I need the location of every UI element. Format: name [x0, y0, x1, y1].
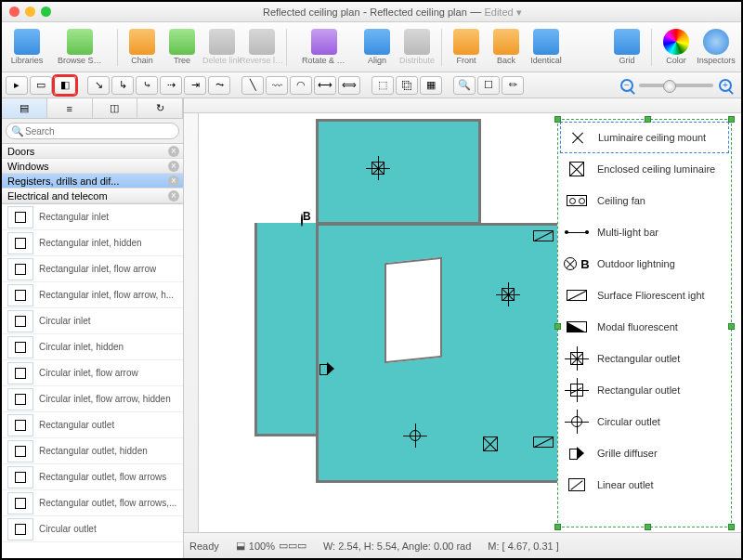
legend-label: Luminaire ceiling mount — [598, 132, 706, 144]
reverse-link-button[interactable]: Reverse link — [242, 29, 281, 65]
legend-panel[interactable]: Luminaire ceiling mountEnclosed ceiling … — [557, 119, 732, 527]
panel-tab-3[interactable]: ◫ — [93, 98, 138, 118]
category-item[interactable]: Registers, drills and dif...× — [2, 174, 183, 189]
canvas-area: B Luminaire ceiling mountEnclosed ceilin… — [184, 98, 741, 558]
category-item[interactable]: Doors× — [2, 144, 183, 159]
shape-label: Circular inlet, hidden — [39, 342, 124, 352]
shape-label: Rectangular inlet, flow arrow — [39, 264, 156, 274]
ruler-vertical — [184, 113, 199, 532]
connector-3[interactable]: ⤷ — [136, 76, 158, 95]
close-icon[interactable]: × — [168, 176, 179, 187]
shape-label: Circular inlet, flow arrow, hidden — [39, 394, 171, 404]
panel-tab-2[interactable]: ≡ — [47, 98, 93, 118]
titlebar: Reflected ceiling plan - Reflected ceili… — [2, 2, 741, 22]
close-icon[interactable]: × — [168, 146, 179, 157]
arc-tool[interactable]: ◠ — [290, 76, 312, 95]
legend-symbol — [564, 222, 590, 242]
legend-row[interactable]: Enclosed ceiling luminaire — [560, 153, 729, 185]
line-tool[interactable]: ╲ — [241, 76, 264, 95]
back-button[interactable]: Back — [487, 29, 526, 65]
panel-tab-shapes[interactable]: ▤ — [2, 98, 47, 118]
legend-row[interactable]: BOutdoor lightning — [560, 248, 729, 280]
pointer-tool[interactable]: ▸ — [6, 76, 28, 95]
shape-thumb — [7, 232, 33, 254]
zoom-icon[interactable] — [41, 7, 51, 17]
group-tool-2[interactable]: ⿻ — [396, 76, 418, 95]
legend-row[interactable]: Linear outlet — [560, 469, 729, 501]
zoom-in-icon[interactable]: + — [719, 79, 732, 92]
shape-thumb — [7, 492, 33, 514]
category-label: Doors — [7, 146, 34, 157]
shape-item[interactable]: Rectangular outlet, flow arrows,... — [2, 490, 183, 516]
legend-label: Enclosed ceiling luminaire — [597, 163, 715, 176]
color-button[interactable]: Color — [657, 29, 696, 65]
legend-row[interactable]: Circular outlet — [560, 406, 729, 437]
legend-label: Grille diffuser — [597, 448, 658, 460]
legend-row[interactable]: Grille diffuser — [560, 437, 729, 469]
floor-plan[interactable]: B — [254, 119, 570, 518]
search-input[interactable] — [6, 123, 179, 139]
drawing-canvas[interactable]: B Luminaire ceiling mountEnclosed ceilin… — [199, 113, 741, 532]
grid-button[interactable]: Grid — [607, 29, 646, 65]
connector-2[interactable]: ↳ — [111, 76, 134, 95]
shape-item[interactable]: Circular inlet, flow arrow, hidden — [2, 386, 183, 412]
legend-row[interactable]: Multi-light bar — [560, 216, 729, 248]
legend-row[interactable]: Rectangular outlet — [560, 374, 729, 406]
legend-symbol — [564, 285, 590, 306]
identical-button[interactable]: Identical — [527, 29, 566, 65]
shape-item[interactable]: Rectangular outlet, hidden — [2, 438, 183, 464]
close-icon[interactable]: × — [168, 190, 179, 202]
minimize-icon[interactable] — [25, 7, 35, 17]
shape-item[interactable]: Circular inlet — [2, 308, 183, 334]
close-icon[interactable]: × — [168, 161, 179, 172]
libraries-button[interactable]: Libraries — [7, 29, 46, 65]
group-tool-1[interactable]: ⬚ — [372, 76, 394, 95]
note-tool[interactable]: ☐ — [477, 76, 500, 95]
shape-item[interactable]: Circular outlet — [2, 516, 183, 542]
shape-thumb — [7, 284, 33, 306]
rect-tool[interactable]: ▭ — [30, 76, 52, 95]
dim-tool-1[interactable]: ⟷ — [314, 76, 336, 95]
chain-button[interactable]: Chain — [123, 29, 162, 65]
group-tool-3[interactable]: ▦ — [420, 76, 442, 95]
zoom-tool[interactable]: 🔍 — [453, 76, 476, 95]
legend-row[interactable]: Rectangular outlet — [560, 343, 729, 374]
curve-tool[interactable]: 〰 — [266, 76, 288, 95]
inspectors-button[interactable]: Inspectors — [697, 29, 736, 65]
shape-tool[interactable]: ◧ — [54, 76, 76, 95]
rotate-flip-button[interactable]: Rotate & Flip — [292, 29, 357, 65]
text-tool[interactable]: ✏ — [502, 76, 524, 95]
category-item[interactable]: Electrical and telecom× — [2, 189, 183, 203]
shape-item[interactable]: Rectangular inlet, flow arrow — [2, 256, 183, 282]
delete-link-button[interactable]: Delete link — [202, 29, 241, 65]
align-button[interactable]: Align — [358, 29, 397, 65]
dim-tool-2[interactable]: ⟺ — [338, 76, 360, 95]
front-button[interactable]: Front — [447, 29, 486, 65]
legend-symbol — [565, 127, 591, 148]
connector-5[interactable]: ⇥ — [184, 76, 206, 95]
shape-item[interactable]: Circular inlet, flow arrow — [2, 360, 183, 386]
connector-6[interactable]: ⤳ — [208, 76, 230, 95]
panel-tab-refresh[interactable]: ↻ — [137, 98, 183, 118]
shape-item[interactable]: Rectangular inlet, flow arrow, h... — [2, 282, 183, 308]
tree-button[interactable]: Tree — [163, 29, 202, 65]
shape-item[interactable]: Circular inlet, hidden — [2, 334, 183, 360]
shape-item[interactable]: Rectangular inlet, hidden — [2, 230, 183, 256]
shape-thumb — [7, 518, 33, 540]
legend-row[interactable]: Luminaire ceiling mount — [560, 122, 729, 153]
legend-row[interactable]: Modal fluorescent — [560, 311, 729, 343]
distribute-button[interactable]: Distribute — [398, 29, 437, 65]
zoom-slider[interactable] — [639, 84, 713, 87]
shape-item[interactable]: Rectangular outlet, flow arrows — [2, 464, 183, 490]
connector-1[interactable]: ↘ — [87, 76, 110, 95]
status-zoom: ⬓ 100% ▭▭▭ — [236, 540, 306, 552]
connector-4[interactable]: ⇢ — [160, 76, 182, 95]
shape-item[interactable]: Rectangular inlet — [2, 204, 183, 230]
legend-row[interactable]: Ceiling fan — [560, 185, 729, 216]
browse-solutions-button[interactable]: Browse Solutions — [47, 29, 112, 65]
legend-row[interactable]: Surface Fliorescent ight — [560, 280, 729, 311]
shape-item[interactable]: Rectangular outlet — [2, 412, 183, 438]
close-icon[interactable] — [9, 7, 20, 17]
zoom-out-icon[interactable]: − — [620, 79, 633, 92]
category-item[interactable]: Windows× — [2, 159, 183, 174]
